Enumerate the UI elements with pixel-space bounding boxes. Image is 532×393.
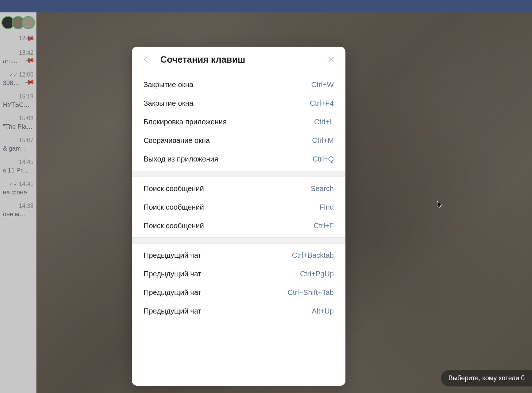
close-icon (327, 55, 335, 63)
shortcut-row[interactable]: Сворачивание окнаCtrl+M (132, 131, 345, 150)
shortcut-label: Сворачивание окна (144, 136, 210, 145)
shortcut-label: Поиск сообщений (144, 222, 204, 230)
back-button[interactable] (141, 54, 152, 65)
shortcut-key: Ctrl+Shift+Tab (287, 288, 334, 297)
section-divider (132, 237, 345, 244)
shortcut-key: Ctrl+M (312, 136, 334, 145)
shortcut-section: Предыдущий чатCtrl+BacktabПредыдущий чат… (132, 244, 345, 323)
close-button[interactable] (326, 54, 337, 65)
shortcut-label: Закрытие окна (144, 99, 193, 108)
shortcut-key: Ctrl+L (314, 118, 334, 126)
window-titlebar (0, 0, 532, 12)
shortcut-label: Поиск сообщений (144, 184, 204, 193)
shortcut-key: Ctrl+Backtab (292, 251, 334, 260)
arrow-left-icon (142, 55, 150, 63)
forward-tooltip: Выберите, кому хотели б (441, 370, 532, 386)
shortcut-row[interactable]: Блокировка приложенияCtrl+L (132, 113, 345, 131)
shortcut-key: Find (320, 203, 334, 211)
shortcut-label: Поиск сообщений (144, 203, 204, 211)
shortcut-row[interactable]: Поиск сообщенийSearch (132, 179, 345, 198)
shortcut-label: Предыдущий чат (144, 251, 202, 260)
shortcut-key: Ctrl+W (311, 81, 334, 89)
shortcut-key: Ctrl+PgUp (300, 270, 334, 278)
shortcut-key: Search (311, 184, 334, 193)
shortcut-row[interactable]: Предыдущий чатCtrl+Shift+Tab (132, 283, 345, 302)
app-root: 12:18📌13:42an …📌✓✓12:06308…📌15:19НУТЬСЯ…… (0, 12, 532, 393)
shortcut-key: Alt+Up (312, 307, 334, 315)
shortcut-label: Предыдущий чат (144, 270, 202, 278)
shortcut-key: Ctrl+F4 (310, 99, 334, 108)
shortcut-section: Поиск сообщенийSearchПоиск сообщенийFind… (132, 177, 345, 237)
shortcut-row[interactable]: Поиск сообщенийFind (132, 198, 345, 217)
shortcut-label: Предыдущий чат (144, 288, 202, 297)
dialog-header: Сочетания клавиш (132, 47, 345, 73)
shortcut-label: Выход из приложения (144, 155, 218, 163)
section-divider (132, 171, 345, 177)
shortcut-row[interactable]: Поиск сообщенийCtrl+F (132, 217, 345, 235)
shortcut-key: Ctrl+F (314, 222, 334, 230)
shortcut-row[interactable]: Закрытие окнаCtrl+W (132, 75, 345, 94)
shortcut-label: Закрытие окна (144, 81, 193, 89)
shortcut-section: Закрытие окнаCtrl+WЗакрытие окнаCtrl+F4Б… (132, 73, 345, 171)
dialog-title: Сочетания клавиш (152, 54, 326, 65)
dialog-body[interactable]: Закрытие окнаCtrl+WЗакрытие окнаCtrl+F4Б… (132, 73, 345, 386)
shortcut-row[interactable]: Предыдущий чатCtrl+PgUp (132, 265, 345, 283)
shortcut-label: Блокировка приложения (144, 118, 227, 126)
shortcut-label: Предыдущий чат (144, 307, 202, 315)
shortcut-row[interactable]: Предыдущий чатAlt+Up (132, 302, 345, 320)
shortcut-row[interactable]: Выход из приложенияCtrl+Q (132, 150, 345, 168)
shortcut-row[interactable]: Закрытие окнаCtrl+F4 (132, 94, 345, 113)
shortcut-key: Ctrl+Q (313, 155, 334, 163)
shortcut-row[interactable]: Предыдущий чатCtrl+Backtab (132, 246, 345, 265)
shortcuts-dialog: Сочетания клавиш Закрытие окнаCtrl+WЗакр… (132, 47, 345, 386)
